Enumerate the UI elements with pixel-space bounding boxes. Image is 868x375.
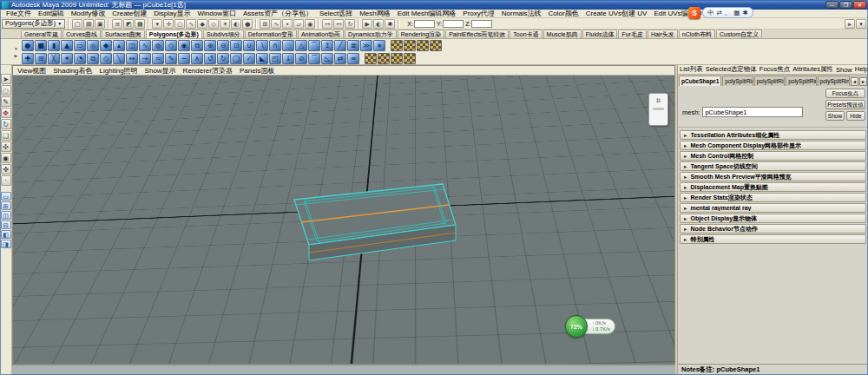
cleanup-icon[interactable]: ✓ bbox=[243, 53, 255, 64]
section-tangent-space[interactable]: ► Tangent Space切线空间 bbox=[680, 161, 866, 171]
boolean-union-icon[interactable]: ∪ bbox=[243, 40, 255, 51]
section-mesh-controls[interactable]: ► Mesh Control网格控制 bbox=[680, 151, 866, 161]
attribute-editor-menu-item[interactable]: Selected选定物体 bbox=[706, 65, 757, 74]
mask-handles-icon[interactable]: ✛ bbox=[163, 19, 174, 29]
shelf-tab[interactable]: Curves曲线 bbox=[62, 30, 101, 38]
paint-weights-icon[interactable]: ✎ bbox=[165, 53, 177, 64]
expand-arrow-icon[interactable]: ► bbox=[683, 216, 687, 221]
shelf-tab[interactable]: Dynamics动力学 bbox=[345, 30, 397, 38]
maximize-button[interactable]: ❐ bbox=[839, 1, 852, 9]
project-curve-icon[interactable]: ⌒ bbox=[308, 53, 320, 64]
attribute-editor-menu-item[interactable]: Help帮助 bbox=[855, 65, 868, 74]
ime-punctuation-icon[interactable]: 。 bbox=[725, 8, 732, 18]
section-smooth-mesh-preview[interactable]: ► Smooth Mesh Preview平滑网格预览 bbox=[680, 172, 866, 181]
separate-icon[interactable]: ⊖ bbox=[217, 40, 229, 51]
download-progress-widget[interactable]: 72% ↑0K/s ↓0.7K/s bbox=[565, 315, 615, 338]
section-mental-ray[interactable]: ► mental raymental ray bbox=[680, 203, 866, 213]
reduce-icon[interactable]: ↓ bbox=[282, 53, 294, 64]
poly-cube-icon[interactable]: ■ bbox=[35, 40, 47, 51]
snap-live-icon[interactable]: ◉ bbox=[305, 19, 315, 29]
expand-arrow-icon[interactable]: ► bbox=[683, 154, 687, 159]
shelf-tab[interactable]: Toon卡通 bbox=[510, 30, 542, 38]
merge-vertices-icon[interactable]: ∗ bbox=[373, 40, 385, 51]
new-scene-icon[interactable]: ▢ bbox=[72, 19, 82, 29]
section-object-display[interactable]: ► Object Display显示物体 bbox=[680, 214, 866, 223]
create-polygon-tool-icon[interactable]: ✚ bbox=[22, 53, 34, 64]
make-hole-icon[interactable]: ⊘ bbox=[295, 53, 307, 64]
shelf-tab[interactable]: Polygons(多边形) bbox=[146, 30, 202, 38]
ime-settings-icon[interactable]: ✱ bbox=[742, 8, 747, 18]
show-button[interactable]: Show bbox=[825, 111, 845, 121]
panel-menu-item[interactable]: Panels面板 bbox=[237, 66, 277, 76]
save-scene-icon[interactable]: ▣ bbox=[95, 19, 105, 29]
expand-arrow-icon[interactable]: ► bbox=[683, 237, 687, 242]
crease-tool-icon[interactable]: ╲ bbox=[113, 53, 125, 64]
show-manipulator-icon[interactable]: ✜ bbox=[1, 164, 11, 174]
universal-manipulator-icon[interactable]: ✣ bbox=[1, 141, 11, 152]
panel-menu-item[interactable]: Show显示 bbox=[142, 66, 179, 76]
mask-mode-dropdown-icon[interactable]: ▾ bbox=[152, 19, 162, 29]
last-tool-icon[interactable]: · bbox=[1, 175, 11, 186]
uv-checker-map-icon[interactable] bbox=[391, 40, 403, 51]
time-slider-area[interactable] bbox=[12, 365, 675, 375]
ime-float-button[interactable]: ⌗ bbox=[648, 93, 668, 126]
mesh-name-input[interactable] bbox=[702, 107, 803, 117]
tab-scroll-right-icon[interactable]: ▸ bbox=[859, 77, 867, 86]
node-tab[interactable]: polySplitRing8 bbox=[722, 76, 753, 86]
bridge-icon[interactable]: ⌒ bbox=[308, 40, 320, 51]
focus-button[interactable]: Focus焦点 bbox=[825, 89, 865, 98]
snap-curve-icon[interactable]: ∿ bbox=[271, 19, 281, 29]
shelf-tab[interactable]: Fluids流体 bbox=[582, 30, 618, 38]
sogou-logo-icon[interactable]: S bbox=[688, 7, 700, 19]
attribute-editor-menu-item[interactable]: Attributes属性 bbox=[792, 65, 833, 74]
shelf-tab[interactable]: Hair头发 bbox=[648, 30, 678, 38]
expand-arrow-icon[interactable]: ► bbox=[683, 133, 687, 138]
panel-menu-item[interactable]: View视图 bbox=[15, 66, 49, 76]
soft-mod-tool-icon[interactable]: ◉ bbox=[1, 153, 11, 163]
mirror-geometry-icon[interactable]: ⧉ bbox=[191, 40, 203, 51]
section-node-behavior[interactable]: ► Node Behavior节点动作 bbox=[680, 224, 866, 234]
construction-history-icon[interactable]: ↻ bbox=[345, 19, 355, 29]
duplicate-face-icon[interactable]: ⧉ bbox=[87, 53, 99, 64]
fill-hole-icon[interactable]: ◯ bbox=[230, 53, 242, 64]
download-percent-badge[interactable]: 72% bbox=[565, 315, 588, 338]
layout-persp-outliner-icon[interactable]: ◧ bbox=[1, 230, 11, 239]
select-component-icon[interactable]: ▦ bbox=[135, 19, 145, 29]
layout-four-pane-icon[interactable]: ⊞ bbox=[1, 201, 11, 210]
cut-faces-tool-icon[interactable]: ╳ bbox=[48, 53, 60, 64]
slide-edge-tool-icon[interactable]: ↔ bbox=[126, 53, 138, 64]
mask-rendering-icon[interactable]: ◐ bbox=[231, 19, 241, 29]
select-object-icon[interactable]: ◩ bbox=[123, 19, 134, 29]
transfer-attributes-icon[interactable]: → bbox=[139, 53, 151, 64]
collapse-statusline-icon[interactable]: ▸ bbox=[845, 19, 855, 29]
platonic-solid-icon[interactable]: ◇ bbox=[165, 40, 177, 51]
chamfer-vertex-icon[interactable]: ◇ bbox=[100, 53, 112, 64]
render-frame-icon[interactable]: ▶ bbox=[362, 19, 372, 29]
poly-sphere-icon[interactable]: ● bbox=[22, 40, 34, 51]
layout-single-pane-icon[interactable]: ▭ bbox=[1, 192, 11, 201]
menu-item[interactable]: Normals法线 bbox=[498, 9, 545, 18]
attribute-editor-menu-item[interactable]: Show bbox=[836, 66, 852, 74]
poly-plane-icon[interactable]: ▭ bbox=[74, 40, 86, 51]
smooth-icon[interactable]: ◌ bbox=[282, 40, 294, 51]
scale-tool-icon[interactable]: ❏ bbox=[1, 130, 11, 141]
menu-item[interactable]: Modify修改 bbox=[68, 9, 109, 18]
reverse-normals-icon[interactable]: ↺ bbox=[204, 53, 216, 64]
menu-item[interactable]: File文件 bbox=[3, 9, 35, 18]
select-hierarchy-icon[interactable]: ≡ bbox=[112, 19, 122, 29]
duplicate-edge-loop-icon[interactable]: ≡ bbox=[347, 53, 359, 64]
expand-arrow-icon[interactable]: ► bbox=[683, 143, 687, 148]
section-mesh-component-display[interactable]: ► Mesh Component Display网格部件显示 bbox=[680, 141, 866, 150]
mask-joints-icon[interactable]: ○ bbox=[174, 19, 185, 29]
menu-item[interactable]: Assets资产（分享包） bbox=[240, 9, 316, 18]
poly-torus-icon[interactable]: ◎ bbox=[87, 40, 99, 51]
soften-edge-icon[interactable]: ∼ bbox=[178, 53, 190, 64]
snap-plane-icon[interactable]: ▱ bbox=[293, 19, 304, 29]
mask-surfaces-icon[interactable]: ◆ bbox=[197, 19, 207, 29]
mask-misc-icon[interactable]: ● bbox=[242, 19, 253, 29]
notes-bar[interactable]: Notes备注: pCubeShape1 bbox=[678, 364, 868, 375]
shelf-tab[interactable]: Fur毛皮 bbox=[618, 30, 647, 38]
menu-item[interactable]: Select选择 bbox=[316, 9, 356, 18]
menu-item[interactable]: Create创建 bbox=[108, 9, 150, 18]
menu-item[interactable]: Mesh网格 bbox=[356, 9, 394, 18]
